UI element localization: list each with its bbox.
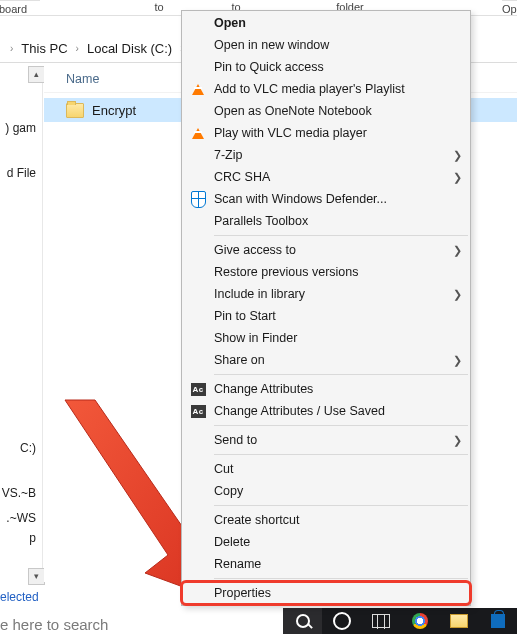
folder-icon (66, 103, 84, 118)
search-icon (296, 614, 310, 628)
menu-item-give-access-to[interactable]: Give access to ❯ (182, 239, 470, 261)
chevron-right-icon: ❯ (453, 244, 462, 257)
taskbar-app-chrome[interactable] (400, 608, 439, 634)
microsoft-store-icon (491, 614, 505, 628)
breadcrumb-item-drive-c[interactable]: Local Disk (C:) (83, 39, 176, 58)
menu-item-rename[interactable]: Rename (182, 553, 470, 575)
menu-item-include-in-library[interactable]: Include in library ❯ (182, 283, 470, 305)
menu-separator (214, 235, 468, 236)
menu-item-delete[interactable]: Delete (182, 531, 470, 553)
menu-item-open[interactable]: Open (182, 12, 470, 34)
tree-item[interactable]: p (29, 531, 36, 545)
vlc-icon (190, 81, 206, 97)
tree-item[interactable]: ) gam (5, 121, 36, 135)
tree-item[interactable]: C:) (20, 441, 36, 455)
menu-item-vlc-play[interactable]: Play with VLC media player (182, 122, 470, 144)
change-attributes-icon: Ac (190, 381, 206, 397)
menu-item-create-shortcut[interactable]: Create shortcut (182, 509, 470, 531)
menu-item-label: Change Attributes (214, 382, 313, 396)
context-menu: Open Open in new window Pin to Quick acc… (181, 10, 471, 606)
taskbar (283, 608, 517, 634)
menu-item-change-attributes[interactable]: Ac Change Attributes (182, 378, 470, 400)
change-attributes-icon: Ac (190, 403, 206, 419)
scroll-up-button[interactable]: ▴ (28, 66, 45, 83)
taskbar-app-store[interactable] (478, 608, 517, 634)
taskbar-cortana[interactable] (322, 608, 361, 634)
ribbon-group-clipboard: pboard (0, 0, 40, 15)
chevron-right-icon: ❯ (453, 288, 462, 301)
ribbon-group-open: Op (502, 0, 517, 15)
menu-separator (214, 425, 468, 426)
menu-item-open-new-window[interactable]: Open in new window (182, 34, 470, 56)
menu-item-label: Give access to (214, 243, 296, 257)
menu-item-label: Share on (214, 353, 265, 367)
menu-item-windows-defender[interactable]: Scan with Windows Defender... (182, 188, 470, 210)
chevron-right-icon[interactable]: › (72, 43, 83, 54)
ribbon-group-moveto: to (148, 0, 170, 13)
menu-item-label: Add to VLC media player's Playlist (214, 82, 405, 96)
taskbar-app-explorer[interactable] (439, 608, 478, 634)
menu-item-copy[interactable]: Copy (182, 480, 470, 502)
navigation-tree[interactable]: ▴ ) gam d File C:) VS.~B .~WS p ▾ (0, 66, 43, 576)
menu-item-parallels-toolbox[interactable]: Parallels Toolbox (182, 210, 470, 232)
menu-item-crc-sha[interactable]: CRC SHA ❯ (182, 166, 470, 188)
menu-item-change-attributes-saved[interactable]: Ac Change Attributes / Use Saved (182, 400, 470, 422)
scroll-down-button[interactable]: ▾ (28, 568, 45, 585)
tree-item[interactable]: VS.~B (2, 486, 36, 500)
menu-separator (214, 374, 468, 375)
menu-separator (214, 454, 468, 455)
menu-item-cut[interactable]: Cut (182, 458, 470, 480)
tree-item[interactable]: d File (7, 166, 36, 180)
menu-item-7zip[interactable]: 7-Zip ❯ (182, 144, 470, 166)
menu-item-onenote-notebook[interactable]: Open as OneNote Notebook (182, 100, 470, 122)
file-explorer-icon (450, 614, 468, 628)
menu-item-share-on[interactable]: Share on ❯ (182, 349, 470, 371)
chevron-right-icon[interactable]: › (6, 43, 17, 54)
breadcrumb-item-thispc[interactable]: This PC (17, 39, 71, 58)
chevron-right-icon: ❯ (453, 434, 462, 447)
menu-separator (214, 578, 468, 579)
taskbar-taskview[interactable] (361, 608, 400, 634)
chevron-right-icon: ❯ (453, 354, 462, 367)
menu-item-pin-to-start[interactable]: Pin to Start (182, 305, 470, 327)
taskview-icon (372, 614, 390, 628)
chevron-right-icon: ❯ (453, 149, 462, 162)
status-bar: elected (0, 590, 39, 604)
menu-item-properties[interactable]: Properties (182, 582, 470, 604)
cortana-icon (333, 612, 351, 630)
menu-item-label: Scan with Windows Defender... (214, 192, 387, 206)
file-row-name: Encrypt (92, 103, 136, 118)
vlc-icon (190, 125, 206, 141)
menu-item-label: Send to (214, 433, 257, 447)
taskbar-search-button[interactable] (283, 608, 322, 634)
menu-item-restore-previous-versions[interactable]: Restore previous versions (182, 261, 470, 283)
tree-item[interactable]: .~WS (6, 511, 36, 525)
menu-separator (214, 505, 468, 506)
menu-item-vlc-add-playlist[interactable]: Add to VLC media player's Playlist (182, 78, 470, 100)
menu-item-label: 7-Zip (214, 148, 242, 162)
menu-item-label: Play with VLC media player (214, 126, 367, 140)
taskbar-search-placeholder[interactable]: e here to search (0, 616, 108, 633)
menu-item-show-in-finder[interactable]: Show in Finder (182, 327, 470, 349)
chrome-icon (412, 613, 428, 629)
menu-item-pin-quick-access[interactable]: Pin to Quick access (182, 56, 470, 78)
menu-item-label: CRC SHA (214, 170, 270, 184)
shield-icon (190, 191, 206, 207)
menu-item-label: Include in library (214, 287, 305, 301)
chevron-right-icon: ❯ (453, 171, 462, 184)
menu-item-label: Change Attributes / Use Saved (214, 404, 385, 418)
menu-item-send-to[interactable]: Send to ❯ (182, 429, 470, 451)
